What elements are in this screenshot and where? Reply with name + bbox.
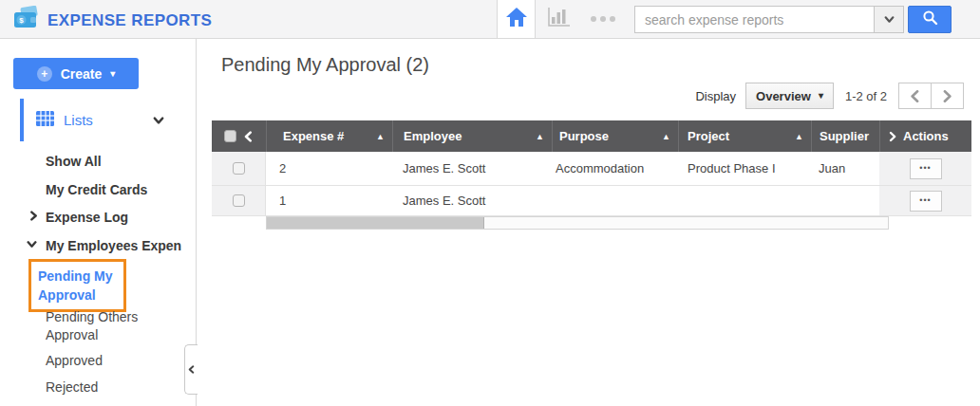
bar-chart-icon bbox=[547, 6, 572, 32]
cell-expense-number: 1 bbox=[266, 186, 392, 215]
display-label: Display bbox=[695, 89, 736, 103]
cell-supplier: Juan bbox=[811, 152, 879, 185]
home-tab[interactable] bbox=[497, 0, 536, 38]
chevron-down-icon[interactable] bbox=[27, 239, 37, 249]
chevron-right-icon bbox=[941, 90, 953, 102]
sidebar-item-my-credit-cards[interactable]: My Credit Cards bbox=[46, 182, 147, 197]
cell-project bbox=[678, 186, 811, 215]
cell-purpose bbox=[552, 186, 678, 215]
display-mode-dropdown[interactable]: Overview ▾ bbox=[745, 83, 834, 109]
lists-label: Lists bbox=[64, 112, 93, 128]
grid-icon bbox=[36, 111, 54, 130]
row-actions-button[interactable]: ••• bbox=[910, 158, 942, 179]
horizontal-scrollbar-thumb[interactable] bbox=[267, 217, 484, 229]
collapse-columns-icon[interactable] bbox=[243, 131, 254, 142]
search-bar bbox=[634, 6, 952, 33]
row-actions-button[interactable]: ••• bbox=[910, 191, 942, 212]
svg-text:$: $ bbox=[19, 16, 24, 25]
chevron-left-icon bbox=[187, 364, 196, 375]
sort-asc-icon: ▲ bbox=[536, 132, 544, 141]
search-options-toggle[interactable] bbox=[875, 6, 904, 33]
cell-purpose: Accommodation bbox=[552, 152, 678, 185]
cell-employee: James E. Scott bbox=[392, 186, 552, 215]
sidebar-item-my-employees-expenses[interactable]: My Employees Expen bbox=[46, 238, 181, 253]
main-content: Pending My Approval (2) Display Overview… bbox=[198, 39, 980, 406]
ellipsis-icon bbox=[591, 16, 596, 22]
table-header-row: Expense # ▲ Employee ▲ Purpose ▲ Project… bbox=[212, 120, 971, 152]
chevron-left-icon bbox=[909, 90, 921, 102]
expenses-table: Expense # ▲ Employee ▲ Purpose ▲ Project… bbox=[212, 120, 971, 230]
sidebar-item-show-all[interactable]: Show All bbox=[46, 154, 102, 169]
sidebar-item-pending-my-approval[interactable]: Pending My Approval bbox=[38, 267, 117, 304]
next-page-button[interactable] bbox=[931, 83, 964, 109]
sort-asc-icon: ▲ bbox=[662, 132, 670, 141]
sidebar: + Create ▾ Lists Show All My Credit Card… bbox=[0, 39, 197, 406]
column-header-expense[interactable]: Expense # ▲ bbox=[266, 120, 392, 152]
create-button[interactable]: + Create ▾ bbox=[13, 58, 139, 89]
app-title: EXPENSE REPORTS bbox=[47, 11, 212, 30]
app-brand: $ EXPENSE REPORTS bbox=[12, 6, 212, 35]
cell-expense-number: 2 bbox=[266, 152, 392, 185]
create-button-label: Create bbox=[61, 66, 103, 82]
row-checkbox[interactable] bbox=[233, 162, 245, 175]
pagination-range: 1-2 of 2 bbox=[845, 89, 887, 103]
horizontal-scrollbar[interactable] bbox=[266, 216, 889, 230]
row-select-cell bbox=[212, 152, 266, 185]
column-header-project[interactable]: Project ▲ bbox=[678, 120, 811, 152]
search-button[interactable] bbox=[908, 6, 952, 33]
caret-down-icon: ▾ bbox=[110, 69, 115, 79]
cell-employee: James E. Scott bbox=[392, 152, 552, 185]
header-select-cell bbox=[212, 120, 266, 152]
search-input[interactable] bbox=[634, 6, 875, 33]
prev-page-button[interactable] bbox=[898, 83, 932, 109]
row-checkbox[interactable] bbox=[233, 194, 245, 207]
wallet-icon: $ bbox=[12, 6, 39, 35]
chevron-right-icon[interactable] bbox=[28, 211, 39, 221]
column-header-employee[interactable]: Employee ▲ bbox=[392, 120, 552, 152]
page-title: Pending My Approval (2) bbox=[221, 54, 429, 76]
chevron-right-icon bbox=[888, 131, 897, 142]
home-icon bbox=[505, 7, 528, 31]
sidebar-item-approved[interactable]: Approved bbox=[46, 353, 103, 368]
cell-actions: ••• bbox=[879, 186, 971, 215]
list-controls: Display Overview ▾ 1-2 of 2 bbox=[695, 83, 964, 109]
chevron-down-icon bbox=[153, 115, 164, 126]
plus-icon: + bbox=[37, 66, 52, 82]
sidebar-collapse-handle[interactable] bbox=[184, 344, 198, 395]
chevron-down-icon bbox=[884, 14, 895, 25]
sidebar-item-lists[interactable]: Lists bbox=[20, 99, 177, 141]
sidebar-item-rejected[interactable]: Rejected bbox=[46, 379, 98, 395]
column-header-supplier[interactable]: Supplier bbox=[811, 120, 879, 152]
more-menu-button[interactable] bbox=[591, 16, 615, 22]
row-select-cell bbox=[212, 186, 266, 215]
table-row[interactable]: 1 James E. Scott ••• bbox=[212, 186, 971, 216]
pager bbox=[898, 83, 964, 109]
sidebar-item-pending-others-approval[interactable]: Pending Others Approval bbox=[46, 308, 148, 344]
sidebar-item-expense-log[interactable]: Expense Log bbox=[46, 210, 128, 225]
reports-button[interactable] bbox=[545, 8, 574, 32]
column-header-purpose[interactable]: Purpose ▲ bbox=[552, 120, 678, 152]
search-icon bbox=[922, 9, 938, 29]
cell-actions: ••• bbox=[879, 152, 971, 185]
column-header-actions[interactable]: Actions bbox=[879, 120, 971, 152]
cell-supplier bbox=[811, 186, 879, 215]
select-all-checkbox[interactable] bbox=[224, 130, 236, 142]
sort-asc-icon: ▲ bbox=[795, 132, 803, 141]
caret-down-icon: ▾ bbox=[819, 91, 823, 101]
table-row[interactable]: 2 James E. Scott Accommodation Product P… bbox=[212, 152, 971, 186]
cell-project: Product Phase I bbox=[678, 152, 811, 185]
sidebar-item-pending-my-approval-highlight[interactable]: Pending My Approval bbox=[28, 259, 126, 312]
table-hscroll-row bbox=[212, 216, 971, 230]
display-mode-value: Overview bbox=[756, 89, 811, 103]
sort-asc-icon: ▲ bbox=[376, 132, 385, 141]
top-bar: $ EXPENSE REPORTS bbox=[0, 0, 980, 39]
